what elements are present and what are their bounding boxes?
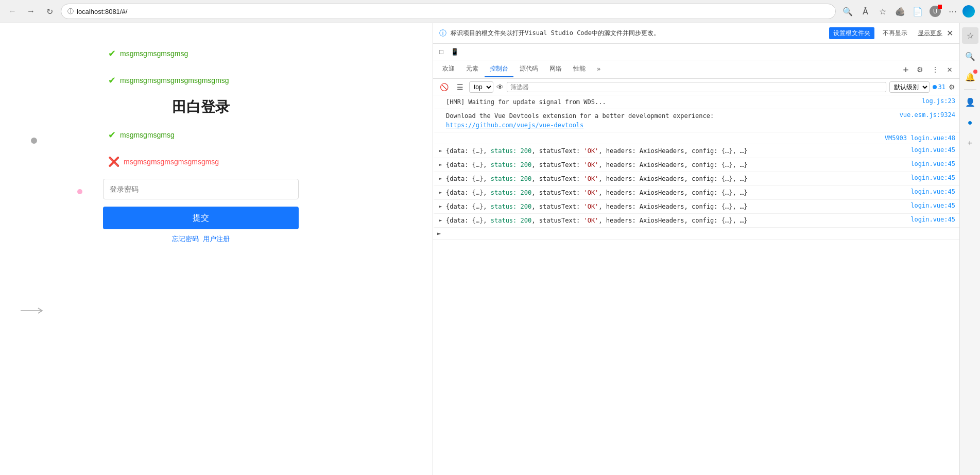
search-browser-btn[interactable]: 🔍 <box>840 4 855 19</box>
filter-input[interactable] <box>507 82 886 92</box>
line-arrow-7[interactable]: ► <box>439 202 444 210</box>
favorites-btn[interactable]: ☆ <box>875 4 890 19</box>
back-button[interactable]: ← <box>5 4 20 19</box>
show-more-link[interactable]: 显示更多 <box>918 29 942 38</box>
password-input[interactable] <box>103 179 299 199</box>
filter-toggle-btn[interactable]: ☰ <box>454 81 466 93</box>
notif-text: 标识项目的根文件夹以打开Visual Studio Code中的源文件并同步更改… <box>451 29 825 38</box>
notif-close-button[interactable]: ✕ <box>947 28 953 38</box>
console-link-5[interactable]: login.vue:45 <box>910 174 955 181</box>
tab-performance[interactable]: 性能 <box>568 61 591 77</box>
console-link-4[interactable]: login.vue:45 <box>910 160 955 167</box>
close-devtools-btn[interactable]: ✕ <box>944 63 955 75</box>
console-text-5: {data: {…}, status: 200, statusText: 'OK… <box>446 174 908 183</box>
tab-welcome[interactable]: 欢迎 <box>437 61 460 77</box>
sidebar-search-btn[interactable]: 🔍 <box>962 48 978 64</box>
settings-tab-btn[interactable]: ⚙ <box>914 63 926 76</box>
console-line-8: ► {data: {…}, status: 200, statusText: '… <box>433 214 959 228</box>
toolbar-right: ⚙ <box>949 83 955 91</box>
msg-item-2: ✔ msgmsgmsgmsgmsgmsgmsgmsg <box>103 71 299 90</box>
success-icon-1: ✔ <box>108 48 116 59</box>
decorative-dot-pink <box>77 189 82 194</box>
more-tab-btn[interactable]: ⋮ <box>929 63 942 76</box>
msg-text-3: msgmsgmsgmsg <box>120 131 175 139</box>
forgot-password-link[interactable]: 忘记密码 <box>172 234 199 244</box>
url-text: localhost:8081/#/ <box>77 8 127 15</box>
console-line-7: ► {data: {…}, status: 200, statusText: '… <box>433 200 959 214</box>
console-link-7[interactable]: login.vue:45 <box>910 202 955 209</box>
msg-text-1: msgmsgmsgmsgmsg <box>120 49 188 58</box>
clear-console-btn[interactable]: 🚫 <box>437 81 451 93</box>
register-link[interactable]: 用户注册 <box>203 234 230 244</box>
console-line-4: ► {data: {…}, status: 200, statusText: '… <box>433 158 959 172</box>
more-options-btn[interactable]: ⋯ <box>945 4 960 19</box>
console-line-6: ► {data: {…}, status: 200, statusText: '… <box>433 186 959 200</box>
line-arrow-8[interactable]: ► <box>439 216 444 224</box>
tab-sources[interactable]: 源代码 <box>514 61 543 77</box>
tab-network[interactable]: 网络 <box>544 61 567 77</box>
line-arrow-3[interactable]: ► <box>439 146 444 154</box>
sidebar-browser-btn[interactable]: ● <box>962 114 978 131</box>
dont-show-button[interactable]: 不再显示 <box>879 27 912 39</box>
vue-devtools-url[interactable]: https://github.com/vuejs/vue-devtools <box>446 122 583 129</box>
devtools-tabs: 欢迎 元素 控制台 源代码 网络 性能 » + ⚙ ⋮ ✕ <box>433 60 959 79</box>
tab-more[interactable]: » <box>592 62 606 77</box>
line-arrow-6[interactable]: ► <box>439 188 444 196</box>
msg-text-4: msgmsgmsgmsgmsgmsgmsg <box>124 158 219 166</box>
console-line-3: ► {data: {…}, status: 200, statusText: '… <box>433 144 959 158</box>
read-mode-btn[interactable]: Ȃ <box>857 4 873 19</box>
success-icon-2: ✔ <box>108 75 116 86</box>
info-icon: ⓘ <box>67 7 74 16</box>
console-link-0[interactable]: log.js:23 <box>922 97 955 105</box>
console-link-1[interactable]: vue.esm.js:9324 <box>900 111 955 118</box>
forward-button[interactable]: → <box>24 4 38 19</box>
reload-button[interactable]: ↻ <box>42 4 57 19</box>
tab-elements[interactable]: 元素 <box>461 61 484 77</box>
profile-btn[interactable]: U <box>927 4 943 19</box>
sidebar-favorites-btn[interactable]: ☆ <box>962 27 978 44</box>
context-select[interactable]: top <box>469 81 493 93</box>
console-link-2[interactable]: VM5903 login.vue:48 <box>885 134 955 142</box>
sidebar-profile-btn[interactable]: 👤 <box>962 94 978 110</box>
line-arrow-0 <box>439 97 444 98</box>
console-text-4: {data: {…}, status: 200, statusText: 'OK… <box>446 160 908 169</box>
console-output: [HMR] Waiting for update signal from WDS… <box>433 95 959 475</box>
line-arrow-4[interactable]: ► <box>439 160 444 168</box>
add-tab-btn[interactable]: + <box>900 63 912 76</box>
submit-button[interactable]: 提交 <box>103 207 299 229</box>
console-link-3[interactable]: login.vue:45 <box>910 146 955 154</box>
browser-wrapper: ✔ msgmsgmsgmsgmsg ✔ msgmsgmsgmsgmsgmsgms… <box>0 23 980 475</box>
tab-console[interactable]: 控制台 <box>485 61 513 77</box>
sidebar-add-btn[interactable]: + <box>962 135 978 151</box>
error-icon-4: ❌ <box>108 156 119 167</box>
line-arrow-1 <box>439 111 444 112</box>
sidebar-divider <box>964 89 976 90</box>
console-link-8[interactable]: login.vue:45 <box>910 216 955 223</box>
device-mode-btn[interactable]: 📱 <box>448 46 462 58</box>
console-toolbar: 🚫 ☰ top 👁 默认级别 31 ⚙ <box>433 79 959 95</box>
extensions-btn[interactable]: 🪨 <box>892 4 908 19</box>
decorative-arrow <box>21 306 46 316</box>
console-text-6: {data: {…}, status: 200, statusText: 'OK… <box>446 188 908 197</box>
line-arrow-5[interactable]: ► <box>439 174 444 182</box>
console-settings-btn[interactable]: ⚙ <box>949 83 955 91</box>
address-bar[interactable]: ⓘ localhost:8081/#/ <box>61 4 836 19</box>
error-dot <box>933 85 937 89</box>
collections-btn[interactable]: 📄 <box>910 4 925 19</box>
console-line-1: Download the Vue Devtools extension for … <box>433 109 959 132</box>
inspect-element-btn[interactable]: □ <box>436 46 446 58</box>
level-select[interactable]: 默认级别 <box>889 81 930 93</box>
notification-bar: ⓘ 标识项目的根文件夹以打开Visual Studio Code中的源文件并同步… <box>433 23 959 44</box>
line-arrow-2 <box>439 134 444 135</box>
console-line-chevron: ► <box>433 228 959 240</box>
login-title: 田白登录 <box>103 97 299 117</box>
eye-btn[interactable]: 👁 <box>496 83 504 91</box>
devtools-panel: ⓘ 标识项目的根文件夹以打开Visual Studio Code中的源文件并同步… <box>433 23 959 475</box>
set-root-folder-button[interactable]: 设置根文件夹 <box>829 27 874 39</box>
msg-item-1: ✔ msgmsgmsgmsgmsg <box>103 44 299 63</box>
expand-chevron[interactable]: ► <box>437 230 441 237</box>
page-content: ✔ msgmsgmsgmsgmsg ✔ msgmsgmsgmsgmsgmsgms… <box>0 23 433 475</box>
console-text-0: [HMR] Waiting for update signal from WDS… <box>446 97 920 107</box>
console-link-6[interactable]: login.vue:45 <box>910 188 955 195</box>
msg-item-4: ❌ msgmsgmsgmsgmsgmsgmsg <box>103 152 299 172</box>
